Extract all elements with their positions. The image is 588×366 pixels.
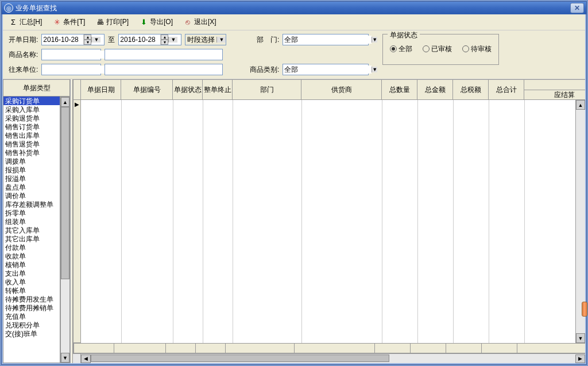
export-label: 导出[O] <box>150 17 173 27</box>
list-item[interactable]: 报溢单 <box>3 174 60 183</box>
cat-label: 商品类别: <box>245 65 279 75</box>
party-extra-input[interactable] <box>105 64 223 75</box>
list-item[interactable]: 报损单 <box>3 165 60 174</box>
export-icon: ⬇ <box>139 18 148 27</box>
list-item[interactable]: 待摊费用摊销单 <box>3 303 60 312</box>
col-header[interactable]: 单据编号 <box>121 79 173 100</box>
close-button[interactable]: ✕ <box>570 3 584 13</box>
condition-button[interactable]: ✳条件[T] <box>50 16 87 28</box>
col-header[interactable]: 总税额 <box>453 79 489 100</box>
col-header[interactable]: 总合计 <box>489 79 524 100</box>
export-button[interactable]: ⬇导出[O] <box>137 16 175 28</box>
list-item[interactable]: 销售出库单 <box>3 131 60 140</box>
list-item[interactable]: 转帐单 <box>3 286 60 295</box>
list-item[interactable]: 付款单 <box>3 243 60 252</box>
list-item[interactable]: 兑现积分单 <box>3 321 60 329</box>
list-item[interactable]: 调价单 <box>3 191 60 200</box>
col-header[interactable]: 整单终止 <box>203 79 233 100</box>
radio-all[interactable]: 全部 <box>390 44 412 54</box>
period-label: 时段选择 <box>185 35 216 45</box>
scroll-down-icon[interactable]: ▼ <box>61 353 69 363</box>
dropdown-icon[interactable]: ▼ <box>168 37 177 43</box>
scroll-down-icon[interactable]: ▼ <box>576 333 585 343</box>
period-select-button[interactable]: 时段选择 ▼ <box>185 34 226 45</box>
scroll-thumb[interactable] <box>61 107 69 279</box>
list-item[interactable]: 调拨单 <box>3 157 60 165</box>
spin-down-icon[interactable]: ▼ <box>161 40 168 45</box>
sigma-icon: Σ <box>9 18 18 27</box>
col-header[interactable]: 部门 <box>233 79 301 100</box>
cat-input[interactable] <box>283 66 372 74</box>
list-item[interactable]: 拆零单 <box>3 209 60 217</box>
list-item[interactable]: 其它入库单 <box>3 226 60 234</box>
spin-up-icon[interactable]: ▲ <box>161 34 168 40</box>
list-item[interactable]: 交(接)班单 <box>3 329 60 338</box>
title-bar: ◎ 业务单据查找 ✕ <box>2 2 586 14</box>
list-item[interactable]: 销售订货单 <box>3 122 60 131</box>
party-label: 往来单位: <box>9 65 38 75</box>
list-item[interactable]: 收入单 <box>3 278 60 286</box>
radio-pending[interactable]: 待审核 <box>462 44 492 54</box>
name-combo[interactable]: ▼ <box>41 49 101 60</box>
col-header[interactable]: 单据日期 <box>81 79 121 100</box>
party-combo[interactable]: ▼ <box>41 64 101 75</box>
col-header[interactable]: 供货商 <box>301 79 382 100</box>
sum-label: 汇总[H] <box>20 17 42 27</box>
col-header[interactable]: 总金额 <box>417 79 453 100</box>
scroll-up-icon[interactable]: ▲ <box>61 97 69 107</box>
col-header[interactable]: 总数量 <box>382 79 417 100</box>
date-from-input[interactable] <box>42 36 83 44</box>
date-to-input[interactable] <box>119 36 160 44</box>
date-from-field[interactable]: ▲▼ ▼ <box>41 34 105 45</box>
radio-approved[interactable]: 已审核 <box>423 44 452 54</box>
dept-input[interactable] <box>283 36 372 44</box>
spin-down-icon[interactable]: ▼ <box>84 40 91 45</box>
toolbar: Σ汇总[H] ✳条件[T] 🖶打印[P] ⬇导出[O] ⎋退出[X] <box>3 14 585 30</box>
data-grid: 单据日期单据编号单据状态整单终止部门供货商总数量总金额总税额总合计预应结算 ▶ … <box>73 79 585 363</box>
print-button[interactable]: 🖶打印[P] <box>93 16 131 28</box>
dept-label: 部 门: <box>245 35 279 45</box>
current-row-icon: ▶ <box>75 101 79 107</box>
exit-label: 退出[X] <box>194 17 216 27</box>
dropdown-icon[interactable]: ▼ <box>216 37 226 43</box>
scroll-right-icon[interactable]: ▶ <box>575 355 585 363</box>
list-item[interactable]: 库存差额调整单 <box>3 200 60 209</box>
list-item[interactable]: 收款单 <box>3 252 60 260</box>
list-item[interactable]: 组装单 <box>3 217 60 226</box>
left-scrollbar[interactable]: ▲ ▼ <box>60 97 70 363</box>
list-item[interactable]: 采购退货单 <box>3 114 60 122</box>
window-title: 业务单据查找 <box>16 3 57 13</box>
col-header[interactable]: 单据状态 <box>173 79 203 100</box>
list-item[interactable]: 核销单 <box>3 260 60 269</box>
name-extra-input[interactable] <box>105 49 223 60</box>
status-groupbox: 单据状态 全部 已审核 待审核 <box>382 34 499 65</box>
list-item[interactable]: 采购入库单 <box>3 105 60 114</box>
exit-button[interactable]: ⎋退出[X] <box>181 16 219 28</box>
dropdown-icon[interactable]: ▼ <box>372 67 377 72</box>
list-item[interactable]: 充值单 <box>3 312 60 321</box>
dept-combo[interactable]: ▼ <box>283 34 369 45</box>
scroll-up-icon[interactable]: ▲ <box>576 100 585 110</box>
cat-combo[interactable]: ▼ <box>283 64 369 75</box>
doc-type-list[interactable]: 采购订货单采购入库单采购退货单销售订货单销售出库单销售退货单销售补货单调拨单报损… <box>3 97 60 363</box>
dropdown-icon[interactable]: ▼ <box>372 37 377 43</box>
list-item[interactable]: 其它出库单 <box>3 234 60 243</box>
scroll-left-icon[interactable]: ◀ <box>81 355 91 363</box>
exit-icon: ⎋ <box>183 18 192 27</box>
window-grip[interactable] <box>582 302 587 317</box>
list-item[interactable]: 盘点单 <box>3 183 60 191</box>
list-item[interactable]: 销售补货单 <box>3 148 60 157</box>
radio-icon <box>390 45 397 52</box>
dropdown-icon[interactable]: ▼ <box>91 37 100 43</box>
list-item[interactable]: 待摊费用发生单 <box>3 295 60 303</box>
h-scroll-thumb[interactable] <box>91 355 389 362</box>
list-item[interactable]: 销售退货单 <box>3 140 60 148</box>
date-to-field[interactable]: ▲▼ ▼ <box>118 34 181 45</box>
list-item[interactable]: 采购订货单 <box>3 97 60 105</box>
spin-up-icon[interactable]: ▲ <box>84 34 91 40</box>
sum-button[interactable]: Σ汇总[H] <box>6 16 44 28</box>
radio-icon <box>462 45 469 52</box>
col-header-group[interactable]: 预应结算 <box>524 79 585 100</box>
list-item[interactable]: 支出单 <box>3 269 60 278</box>
h-scrollbar[interactable]: ◀ ▶ <box>73 353 585 363</box>
